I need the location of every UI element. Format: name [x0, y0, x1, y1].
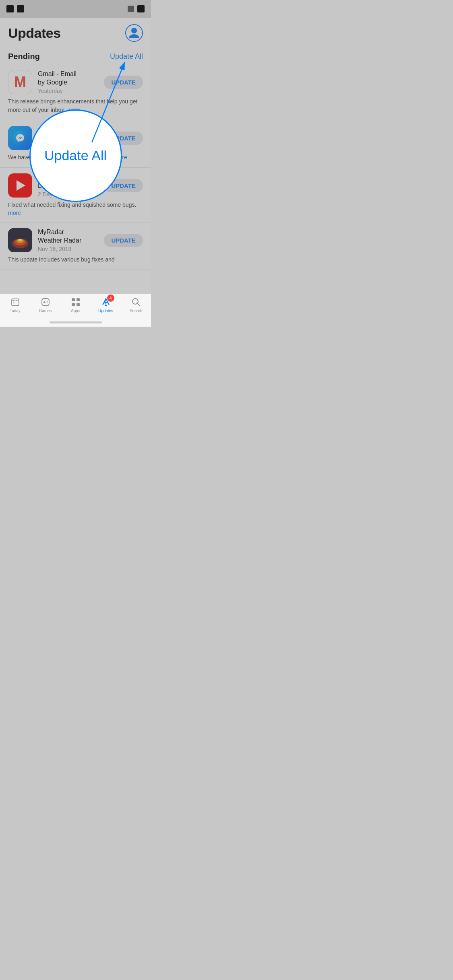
search-icon — [131, 297, 141, 307]
updates-icon: 4 — [101, 297, 111, 307]
home-indicator — [50, 321, 102, 323]
svg-line-25 — [137, 304, 140, 306]
svg-rect-21 — [77, 298, 80, 301]
svg-rect-23 — [77, 303, 80, 306]
svg-rect-11 — [12, 299, 19, 306]
tab-search-label: Search — [130, 309, 143, 313]
today-icon — [10, 297, 21, 307]
status-left — [6, 5, 24, 12]
circle-popup[interactable]: Update All — [29, 109, 122, 202]
tab-updates-label: Updates — [98, 309, 113, 313]
status-battery — [137, 5, 145, 12]
tab-today[interactable]: Today — [0, 297, 30, 313]
svg-rect-15 — [13, 303, 14, 303]
svg-point-19 — [46, 303, 47, 303]
tab-updates[interactable]: 4 Updates — [91, 297, 121, 313]
status-right — [128, 5, 145, 12]
tab-games-label: Games — [39, 309, 52, 313]
tab-search[interactable]: Search — [121, 297, 151, 313]
overlay-backdrop: Update All — [0, 18, 151, 293]
tab-apps-label: Apps — [71, 309, 80, 313]
svg-point-18 — [46, 301, 47, 302]
games-icon — [40, 297, 51, 307]
status-signal — [128, 6, 134, 12]
apps-icon — [70, 297, 81, 307]
tab-today-label: Today — [10, 309, 21, 313]
updates-badge: 4 — [107, 294, 114, 302]
svg-rect-13 — [13, 300, 14, 301]
main-content: Updates Pending Update All M Gmail - Ema… — [0, 18, 151, 293]
tab-games[interactable]: Games — [30, 297, 60, 313]
status-block-1 — [6, 5, 14, 12]
svg-rect-22 — [72, 303, 75, 306]
circle-label: Update All — [44, 147, 107, 164]
status-bar — [0, 0, 151, 18]
svg-rect-20 — [72, 298, 75, 301]
svg-rect-14 — [17, 300, 17, 301]
tab-apps[interactable]: Apps — [60, 297, 91, 313]
status-block-2 — [17, 5, 24, 12]
